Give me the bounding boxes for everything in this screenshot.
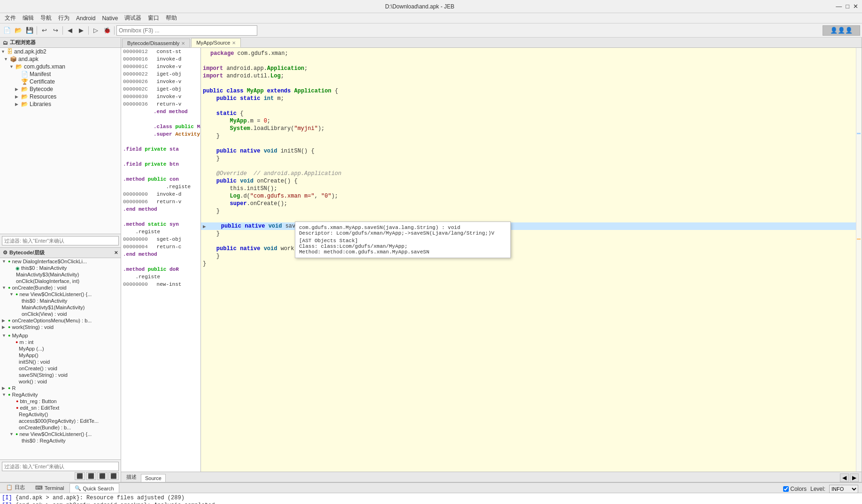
- tree-item[interactable]: ▼ 🗄 and.apk.jdb2: [0, 48, 121, 55]
- tree-item[interactable]: 📄 Manifest: [0, 70, 121, 78]
- tree-item[interactable]: ● m : int: [0, 339, 121, 345]
- bc-addr: 00000004: [123, 244, 154, 250]
- tree-item[interactable]: ▶ ● R: [0, 385, 121, 391]
- toolbar-debug[interactable]: 🐞: [102, 25, 112, 36]
- scroll-marker: [857, 133, 861, 134]
- tree-item[interactable]: this$0 : RegActivity: [0, 437, 121, 444]
- tab-bytecode-disassembly[interactable]: Bytecode/Disassembly ✕: [122, 38, 190, 47]
- menu-debugger[interactable]: 调试器: [122, 13, 144, 23]
- bc-op: invoke-v: [154, 94, 181, 99]
- tree-item[interactable]: ▼ 📦 and.apk: [0, 55, 121, 63]
- tree-item[interactable]: access$000(RegActivity) : EditTe...: [0, 418, 121, 424]
- tab-terminal[interactable]: ⌨ Terminal: [30, 483, 69, 493]
- menu-android[interactable]: Android: [73, 14, 98, 23]
- tree-item[interactable]: ▼ ● new View$OnClickListener() {...: [0, 431, 121, 437]
- tree-item[interactable]: ▶ 📂 Libraries: [0, 100, 121, 108]
- bytecode-header-close[interactable]: ✕: [114, 250, 118, 255]
- filter-btn4[interactable]: ⬛: [108, 472, 119, 480]
- tree-item[interactable]: onClick(DialogInterface, int): [0, 278, 121, 284]
- nav-back-btn[interactable]: ◀: [840, 473, 849, 482]
- bytecode-filter-input[interactable]: [2, 462, 119, 471]
- toolbar-back[interactable]: ◀: [65, 25, 75, 36]
- tree-item[interactable]: MainActivty$3(MainActivity): [0, 271, 121, 278]
- toolbar-forward[interactable]: ▶: [76, 25, 86, 36]
- window-controls[interactable]: — □ ✕: [836, 3, 858, 10]
- tree-item[interactable]: MyApp(): [0, 352, 121, 359]
- tab-quick-search[interactable]: 🔍 Quick Search: [69, 483, 119, 493]
- tree-item[interactable]: ▶ 📂 Resources: [0, 93, 121, 100]
- tree-item[interactable]: ● btn_reg : Button: [0, 398, 121, 405]
- code-line: [201, 102, 862, 110]
- colors-checkbox[interactable]: [783, 486, 789, 492]
- tree-item[interactable]: MyApp (...): [0, 345, 121, 352]
- tree-item[interactable]: ◉ this$0 : MainActivity: [0, 265, 121, 271]
- tree-item[interactable]: onClick(View) : void: [0, 311, 121, 317]
- tree-item[interactable]: 🏆 Certificate: [0, 78, 121, 85]
- bc-addr: 0000002C: [123, 86, 154, 92]
- subtab-source[interactable]: Source: [141, 474, 166, 482]
- code-line: import android.util.Log;: [201, 72, 862, 80]
- toolbar-sep2: [62, 26, 63, 35]
- toolbar-sep3: [88, 26, 89, 35]
- menu-bar: 文件 编辑 导航 行为 Android Native 调试器 窗口 帮助: [0, 13, 862, 23]
- tree-item[interactable]: saveSN(String) : void: [0, 372, 121, 378]
- toolbar-undo[interactable]: ↩: [39, 25, 49, 36]
- tree-item[interactable]: RegActivity(): [0, 411, 121, 418]
- filter-btn3[interactable]: ⬛: [97, 472, 108, 480]
- tree-item[interactable]: MainActivty$1(MainActivity): [0, 304, 121, 311]
- tree-item[interactable]: onCreate(Bundle) : b...: [0, 424, 121, 431]
- tab-label: Bytecode/Disassembly: [127, 40, 179, 46]
- tree-item[interactable]: ▼ ● new DialogInterface$OnClickLi...: [0, 258, 121, 265]
- level-select[interactable]: INFO DEBUG WARN ERROR: [829, 485, 858, 493]
- tree-item[interactable]: ▶ ● work(String) : void: [0, 324, 121, 330]
- explorer-icon: 🗂: [3, 40, 8, 46]
- tree-item[interactable]: ▼ 📂 com.gdufs.xman: [0, 63, 121, 70]
- maximize-btn[interactable]: □: [846, 3, 849, 10]
- menu-help[interactable]: 帮助: [163, 13, 180, 23]
- expand-icon: ▼: [4, 57, 8, 61]
- omnibox-input[interactable]: [116, 25, 257, 36]
- tab-close-btn[interactable]: ✕: [181, 41, 185, 46]
- tree-item[interactable]: initSN() : void: [0, 359, 121, 365]
- tree-item[interactable]: onCreate() : void: [0, 365, 121, 372]
- tree-item[interactable]: ▼ ● MyApp: [0, 332, 121, 339]
- tree-filter-input[interactable]: [2, 236, 119, 245]
- tree-label: and.apk.jdb2: [14, 48, 46, 55]
- tab-log[interactable]: 📋 日志: [1, 482, 30, 493]
- menu-edit[interactable]: 编辑: [20, 13, 37, 23]
- tree-item[interactable]: ▼ ● onCreate(Bundle) : void: [0, 284, 121, 291]
- tree-item[interactable]: ▼ ● RegActivity: [0, 391, 121, 398]
- filter-btn1[interactable]: ⬛: [75, 472, 85, 480]
- tab-close-btn[interactable]: ✕: [232, 40, 236, 46]
- toolbar-open[interactable]: 📂: [13, 25, 23, 36]
- subtab-describe[interactable]: 描述: [122, 472, 141, 482]
- code-line: [201, 57, 862, 65]
- expand-icon: ▶: [15, 87, 20, 92]
- tree-item[interactable]: ▶ ● onCreateOptionsMenu(Menu) : b...: [0, 317, 121, 324]
- menu-nav[interactable]: 导航: [38, 13, 54, 23]
- toolbar-profile[interactable]: 👤👤👤: [823, 25, 860, 36]
- tree-item[interactable]: ▶ 📂 Bytecode: [0, 85, 121, 93]
- menu-file[interactable]: 文件: [2, 13, 19, 23]
- db-icon: 🗄: [7, 48, 13, 55]
- tab-myapp-source[interactable]: MyApp/Source ✕: [191, 38, 241, 47]
- close-btn[interactable]: ✕: [853, 3, 858, 10]
- tree-label: access$000(RegActivity) : EditTe...: [9, 418, 99, 424]
- toolbar-new[interactable]: 📄: [2, 25, 12, 36]
- minimize-btn[interactable]: —: [836, 3, 842, 10]
- tree-label: onClick(DialogInterface, int): [9, 278, 79, 284]
- filter-btn2[interactable]: ⬛: [86, 472, 96, 480]
- menu-native[interactable]: Native: [99, 14, 121, 23]
- tree-item[interactable]: ▼ ● new View$OnClickListener() {...: [0, 291, 121, 298]
- tree-item[interactable]: this$0 : MainActivity: [0, 298, 121, 304]
- bc-line: .registe: [121, 228, 200, 236]
- tree-item[interactable]: ● edit_sn : EditText: [0, 405, 121, 411]
- toolbar-save[interactable]: 💾: [24, 25, 35, 36]
- bc-op: .method static syn: [123, 221, 179, 227]
- toolbar-run[interactable]: ▷: [91, 25, 101, 36]
- nav-forward-btn[interactable]: ▶: [850, 473, 859, 482]
- toolbar-redo[interactable]: ↪: [50, 25, 61, 36]
- menu-action[interactable]: 行为: [55, 13, 72, 23]
- menu-window[interactable]: 窗口: [145, 13, 162, 23]
- tree-item[interactable]: work() : void: [0, 378, 121, 385]
